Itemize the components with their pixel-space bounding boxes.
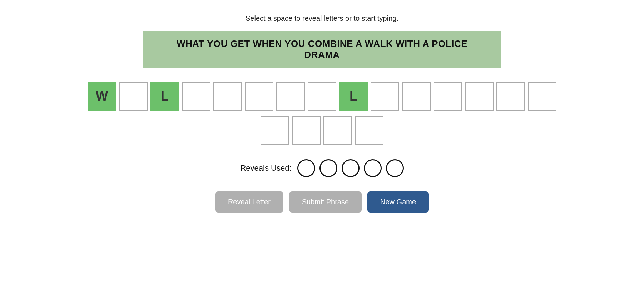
clue-text: WHAT YOU GET WHEN YOU COMBINE A WALK WIT… [177, 38, 467, 60]
circles-container [297, 159, 404, 177]
letter-cell[interactable] [371, 82, 399, 111]
letter-cell[interactable] [402, 82, 431, 111]
reveal-circle [364, 159, 382, 177]
reveal-circle [342, 159, 360, 177]
letter-cell[interactable]: L [339, 82, 368, 111]
letter-cell[interactable] [276, 82, 305, 111]
letter-cell[interactable] [496, 82, 525, 111]
letter-cell[interactable]: W [88, 82, 116, 111]
instruction-text: Select a space to reveal letters or to s… [246, 14, 398, 23]
letter-cell[interactable] [182, 82, 210, 111]
letter-cell[interactable] [213, 82, 242, 111]
reveals-label: Reveals Used: [240, 164, 291, 173]
reveal-circle [386, 159, 404, 177]
letter-cell[interactable] [528, 82, 556, 111]
letter-cell[interactable] [245, 82, 273, 111]
puzzle-row-1: WLL [88, 82, 556, 111]
puzzle-area: WLL [88, 82, 556, 145]
letter-cell[interactable] [119, 82, 148, 111]
letter-cell[interactable] [323, 116, 352, 145]
reveal-circle [297, 159, 315, 177]
clue-box: WHAT YOU GET WHEN YOU COMBINE A WALK WIT… [143, 31, 501, 68]
reveals-section: Reveals Used: [240, 159, 403, 177]
letter-cell[interactable] [261, 116, 289, 145]
letter-cell[interactable]: L [150, 82, 179, 111]
puzzle-row-2 [261, 116, 383, 145]
buttons-row: Reveal Letter Submit Phrase New Game [215, 191, 429, 213]
letter-cell[interactable] [308, 82, 336, 111]
letter-cell[interactable] [292, 116, 321, 145]
letter-cell[interactable] [355, 116, 383, 145]
reveal-circle [319, 159, 337, 177]
new-game-button[interactable]: New Game [367, 191, 429, 213]
submit-phrase-button[interactable]: Submit Phrase [289, 191, 362, 213]
letter-cell[interactable] [465, 82, 494, 111]
reveal-letter-button[interactable]: Reveal Letter [215, 191, 283, 213]
letter-cell[interactable] [434, 82, 462, 111]
